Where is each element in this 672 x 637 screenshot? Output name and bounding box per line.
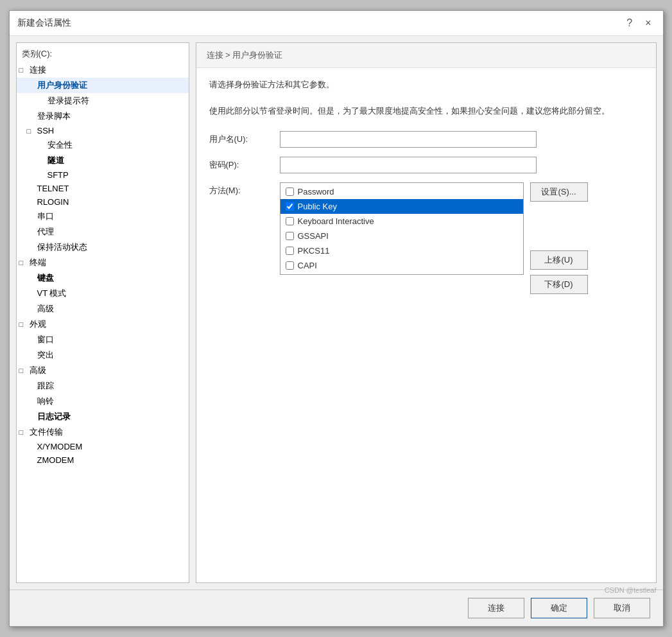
ok-button[interactable]: 确定 (531, 598, 587, 618)
tree-item-advanced-terminal[interactable]: 高级 (17, 301, 189, 317)
tree-label-telnet: TELNET (37, 184, 69, 193)
tree-label-bell: 响铃 (37, 396, 54, 407)
tree-label-advanced2: 高级 (30, 365, 46, 376)
expander-connect: □ (19, 66, 30, 74)
method-item-public-key[interactable]: Public Key (280, 199, 523, 214)
tree-label-keepalive: 保持活动状态 (37, 241, 87, 253)
method-listbox: Password Public Key Keyboard Interactive (280, 182, 524, 275)
method-item-gssapi[interactable]: GSSAPI (280, 229, 523, 243)
move-down-button[interactable]: 下移(D) (530, 275, 588, 294)
method-checkbox-keyboard-interactive[interactable] (286, 217, 294, 225)
tree-item-proxy[interactable]: 代理 (17, 224, 189, 240)
expander-file-transfer: □ (19, 428, 30, 436)
expander-ssh: □ (27, 127, 37, 135)
cancel-button[interactable]: 取消 (594, 598, 650, 618)
tree-item-security[interactable]: 安全性 (17, 137, 189, 153)
method-item-password[interactable]: Password (280, 184, 523, 199)
tree-label-rlogin: RLOGIN (37, 197, 69, 207)
tree-label-tunnel: 隧道 (47, 155, 64, 166)
tree-label-login-prompt: 登录提示符 (47, 95, 89, 107)
tree-label-login-script: 登录脚本 (37, 110, 71, 122)
right-panel-header: 连接 > 用户身份验证 (196, 43, 656, 68)
tree-label-terminal: 终端 (30, 257, 46, 268)
move-up-button[interactable]: 上移(U) (530, 250, 588, 270)
password-label: 密码(P): (209, 159, 280, 171)
tree-item-bell[interactable]: 响铃 (17, 394, 189, 409)
tree-item-logging[interactable]: 日志记录 (17, 409, 189, 424)
tree-label-serial: 串口 (37, 211, 54, 222)
tree-label-highlight: 突出 (37, 349, 54, 361)
connect-button[interactable]: 连接 (468, 598, 524, 618)
method-label-pkcs11: PKCS11 (298, 246, 330, 256)
tree-item-window[interactable]: 窗口 (17, 332, 189, 347)
title-bar-buttons: ? × (623, 16, 655, 30)
tree-label-xymodem: X/YMODEM (37, 442, 83, 451)
right-panel-body: 请选择身份验证方法和其它参数。 使用此部分以节省登录时间。但是，为了最大限度地提… (196, 68, 656, 582)
desc-text-1: 请选择身份验证方法和其它参数。 (209, 78, 643, 92)
method-checkbox-capi[interactable] (286, 261, 294, 270)
title-bar: 新建会话属性 ? × (10, 11, 663, 36)
tree-item-advanced2[interactable]: □ 高级 (17, 363, 189, 378)
expander-advanced2: □ (19, 367, 30, 374)
close-button[interactable]: × (641, 16, 655, 30)
tree-item-sftp[interactable]: SFTP (17, 168, 189, 182)
method-label-password: Password (298, 187, 334, 196)
tree-label-security: 安全性 (47, 139, 73, 151)
tree-item-highlight[interactable]: 突出 (17, 347, 189, 363)
category-header: 类别(C): (17, 46, 189, 62)
tree-label-file-transfer: 文件传输 (30, 426, 63, 438)
tree-item-vt-mode[interactable]: VT 模式 (17, 286, 189, 301)
username-label: 用户名(U): (209, 134, 280, 145)
tree-item-xymodem[interactable]: X/YMODEM (17, 440, 189, 453)
tree-label-user-auth: 用户身份验证 (37, 80, 87, 91)
tree-item-rlogin[interactable]: RLOGIN (17, 195, 189, 209)
method-label-capi: CAPI (298, 261, 317, 270)
right-panel: 连接 > 用户身份验证 请选择身份验证方法和其它参数。 使用此部分以节省登录时间… (196, 42, 657, 583)
password-input[interactable] (280, 157, 537, 173)
tree-label-connect: 连接 (30, 64, 46, 76)
tree-item-appearance[interactable]: □ 外观 (17, 317, 189, 332)
method-checkbox-gssapi[interactable] (286, 232, 294, 240)
tree-item-keepalive[interactable]: 保持活动状态 (17, 240, 189, 255)
tree-label-sftp: SFTP (47, 170, 69, 180)
method-item-pkcs11[interactable]: PKCS11 (280, 243, 523, 258)
tree-label-advanced-terminal: 高级 (37, 303, 54, 315)
tree-item-keyboard[interactable]: 键盘 (17, 270, 189, 286)
tree-label-trace: 跟踪 (37, 380, 54, 392)
main-dialog: 新建会话属性 ? × 类别(C): □ 连接 用户身份验证 (9, 10, 664, 627)
expander-appearance: □ (19, 320, 30, 328)
method-label: 方法(M): (209, 182, 280, 196)
tree-item-login-script[interactable]: 登录脚本 (17, 109, 189, 124)
tree-item-ssh[interactable]: □ SSH (17, 124, 189, 137)
method-checkbox-public-key[interactable] (286, 202, 294, 211)
tree-item-file-transfer[interactable]: □ 文件传输 (17, 424, 189, 440)
method-checkbox-pkcs11[interactable] (286, 247, 294, 255)
tree-item-user-auth[interactable]: 用户身份验证 (17, 78, 189, 93)
password-row: 密码(P): (209, 157, 643, 173)
tree-item-tunnel[interactable]: 隧道 (17, 153, 189, 168)
watermark-text: CSDN @testleaf (605, 586, 657, 594)
main-content: 类别(C): □ 连接 用户身份验证 登录提示符 (10, 36, 663, 589)
username-input[interactable] (280, 131, 537, 148)
desc-text-2: 使用此部分以节省登录时间。但是，为了最大限度地提高安全性，如果担心安全问题，建议… (209, 105, 643, 118)
tree-item-zmodem[interactable]: ZMODEM (17, 453, 189, 467)
method-label-public-key: Public Key (298, 202, 337, 211)
tree-item-serial[interactable]: 串口 (17, 209, 189, 224)
tree-label-window: 窗口 (37, 334, 54, 345)
tree-label-keyboard: 键盘 (37, 272, 54, 284)
tree-item-trace[interactable]: 跟踪 (17, 378, 189, 394)
tree-item-telnet[interactable]: TELNET (17, 182, 189, 195)
method-checkbox-password[interactable] (286, 188, 294, 196)
bottom-bar: 连接 确定 取消 (10, 589, 663, 626)
tree-label-ssh: SSH (37, 126, 55, 135)
tree-item-login-prompt[interactable]: 登录提示符 (17, 93, 189, 109)
method-item-capi[interactable]: CAPI (280, 258, 523, 273)
settings-button[interactable]: 设置(S)... (530, 182, 588, 202)
method-item-keyboard-interactive[interactable]: Keyboard Interactive (280, 214, 523, 229)
tree-item-connect[interactable]: □ 连接 (17, 62, 189, 78)
method-label-keyboard-interactive: Keyboard Interactive (298, 216, 374, 226)
tree-label-logging: 日志记录 (37, 411, 71, 423)
help-button[interactable]: ? (623, 16, 636, 30)
tree-item-terminal[interactable]: □ 终端 (17, 255, 189, 270)
tree-label-zmodem: ZMODEM (37, 455, 74, 465)
